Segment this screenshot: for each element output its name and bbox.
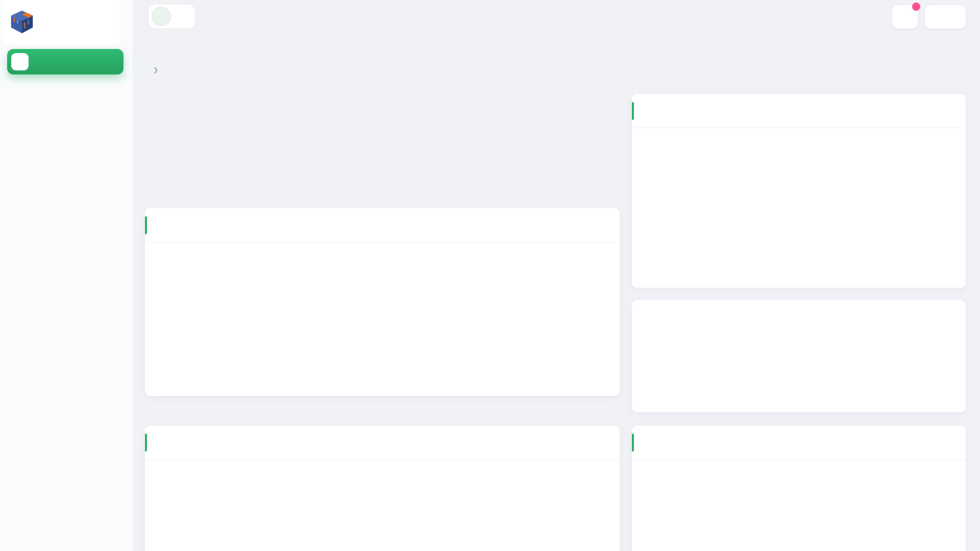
globe-icon <box>933 12 943 22</box>
cashflow-card <box>632 94 966 288</box>
main-content: ❯ <box>133 0 980 551</box>
company-switcher[interactable] <box>148 4 195 29</box>
income-by-category-card <box>632 425 966 551</box>
income-expense-bar-chart <box>151 460 614 551</box>
card-header <box>145 208 620 242</box>
income-by-category-donut-chart <box>721 470 797 547</box>
language-selector[interactable] <box>925 5 966 29</box>
avatar <box>152 7 171 26</box>
income-expense-card <box>145 425 620 551</box>
brand-logo[interactable] <box>4 0 119 45</box>
chevron-down-icon <box>951 14 958 20</box>
home-icon <box>11 53 29 70</box>
sidebar <box>0 0 133 551</box>
chevron-down-icon <box>181 13 188 20</box>
account-balance-card <box>145 208 620 396</box>
sidebar-item-dashboard[interactable] <box>7 49 124 74</box>
income-vs-expense-tiles <box>632 313 966 322</box>
app: ❯ <box>0 0 980 551</box>
breadcrumb-separator-icon: ❯ <box>153 66 158 73</box>
cube-logo-icon <box>7 7 37 38</box>
card-header <box>632 94 966 128</box>
breadcrumb: ❯ <box>148 66 163 73</box>
topbar-actions <box>892 5 966 29</box>
card-header <box>145 425 620 460</box>
donut-hole <box>731 481 787 536</box>
card-title <box>632 300 966 313</box>
chat-badge <box>911 2 921 12</box>
income-vs-expense-card <box>632 300 966 412</box>
chevron-down-icon <box>109 58 116 65</box>
messages-button[interactable] <box>892 5 918 29</box>
cashflow-area-chart <box>638 136 960 284</box>
card-header <box>632 425 966 460</box>
